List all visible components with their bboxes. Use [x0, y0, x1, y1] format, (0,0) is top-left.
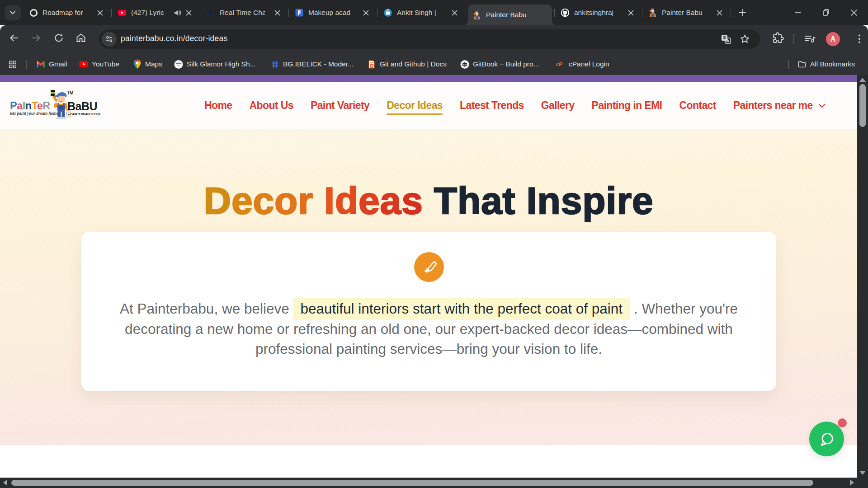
svg-text:cP: cP — [556, 61, 562, 67]
